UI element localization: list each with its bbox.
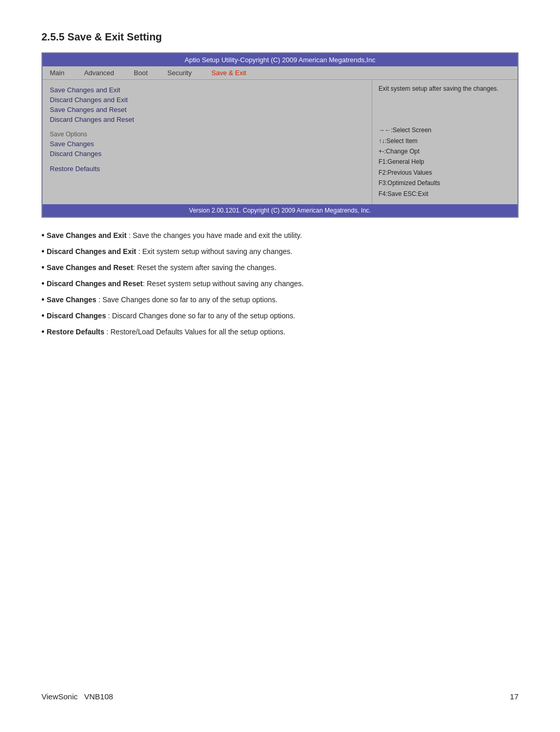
bullet-save-changes-reset: Save Changes and Reset: Reset the system…	[41, 261, 519, 274]
nav-save-exit[interactable]: Save & Exit	[209, 68, 248, 78]
menu-save-options-label: Save Options	[50, 130, 365, 139]
menu-group-1: Save Changes and Exit Discard Changes an…	[50, 85, 365, 124]
key-hint-change-opt: +-:Change Opt	[379, 146, 511, 157]
menu-group-3: Restore Defaults	[50, 164, 365, 174]
footer-brand-name: ViewSonic	[41, 692, 78, 701]
key-hint-select-screen: →←:Select Screen	[379, 125, 511, 135]
bullet-discard-changes: Discard Changes : Discard Changes done s…	[41, 309, 519, 322]
key-hint-previous-values: F2:Previous Values	[379, 167, 511, 178]
footer-model: VNB108	[84, 692, 113, 701]
nav-advanced[interactable]: Advanced	[82, 68, 116, 78]
bullet-list: Save Changes and Exit : Save the changes…	[41, 229, 519, 338]
bullet-bold-3: Discard Changes and Reset	[47, 279, 143, 288]
bios-right-panel: Exit system setup after saving the chang…	[372, 80, 517, 204]
footer-page-number: 17	[510, 692, 519, 701]
bios-footer: Version 2.00.1201. Copyright (C) 2009 Am…	[43, 204, 517, 217]
nav-main[interactable]: Main	[48, 68, 66, 78]
bios-left-panel: Save Changes and Exit Discard Changes an…	[43, 80, 372, 204]
menu-discard-changes-reset[interactable]: Discard Changes and Reset	[50, 115, 365, 124]
bios-right-description: Exit system setup after saving the chang…	[379, 85, 511, 92]
page-title: 2.5.5 Save & Exit Setting	[41, 31, 519, 43]
bios-body: Save Changes and Exit Discard Changes an…	[43, 80, 517, 204]
bullet-discard-changes-reset: Discard Changes and Reset: Reset system …	[41, 277, 519, 290]
key-hint-select-item: ↑↓:Select Item	[379, 136, 511, 146]
menu-restore-defaults[interactable]: Restore Defaults	[50, 164, 365, 174]
menu-save-changes-reset[interactable]: Save Changes and Reset	[50, 105, 365, 115]
bullet-discard-changes-exit: Discard Changes and Exit : Exit system s…	[41, 245, 519, 258]
menu-group-2: Save Options Save Changes Discard Change…	[50, 130, 365, 159]
bullet-bold-1: Discard Changes and Exit	[47, 247, 136, 256]
nav-security[interactable]: Security	[165, 68, 194, 78]
menu-save-changes-exit[interactable]: Save Changes and Exit	[50, 85, 365, 95]
bullet-text-2: : Reset the system after saving the chan…	[133, 263, 276, 272]
bios-header: Aptio Setup Utility-Copyright (C) 2009 A…	[43, 53, 517, 66]
bullet-bold-5: Discard Changes	[47, 312, 106, 320]
bullet-text-3: : Reset system setup without saving any …	[143, 279, 304, 288]
bullet-text-6: : Restore/Load Defaults Values for all t…	[104, 328, 285, 336]
page-footer: ViewSonic VNB108 17	[41, 692, 519, 701]
bullet-bold-2: Save Changes and Reset	[47, 263, 133, 272]
key-hint-general-help: F1:General Help	[379, 157, 511, 167]
nav-boot[interactable]: Boot	[132, 68, 150, 78]
bullet-bold-6: Restore Defaults	[47, 328, 104, 336]
bullet-text-4: : Save Changes done so far to any of the…	[96, 295, 277, 304]
bullet-save-changes-exit: Save Changes and Exit : Save the changes…	[41, 229, 519, 242]
menu-save-changes[interactable]: Save Changes	[50, 139, 365, 149]
key-hint-optimized-defaults: F3:Optimized Defaults	[379, 178, 511, 188]
bullet-text-5: : Discard Changes done so far to any of …	[106, 312, 295, 320]
bios-nav: Main Advanced Boot Security Save & Exit	[43, 66, 517, 80]
bios-box: Aptio Setup Utility-Copyright (C) 2009 A…	[41, 52, 519, 218]
bullet-text-1: : Exit system setup without saving any c…	[136, 247, 292, 256]
menu-discard-changes-exit[interactable]: Discard Changes and Exit	[50, 95, 365, 105]
footer-brand: ViewSonic VNB108	[41, 692, 113, 701]
key-hint-save-exit: F4:Save ESC:Exit	[379, 189, 511, 199]
menu-discard-changes[interactable]: Discard Changes	[50, 149, 365, 159]
bios-key-hints: →←:Select Screen ↑↓:Select Item +-:Chang…	[379, 125, 511, 199]
bullet-restore-defaults: Restore Defaults : Restore/Load Defaults…	[41, 326, 519, 338]
bullet-text-0: : Save the changes you have made and exi…	[127, 231, 302, 240]
bullet-bold-4: Save Changes	[47, 295, 96, 304]
bullet-save-changes: Save Changes : Save Changes done so far …	[41, 293, 519, 306]
bullet-bold-0: Save Changes and Exit	[47, 231, 127, 240]
